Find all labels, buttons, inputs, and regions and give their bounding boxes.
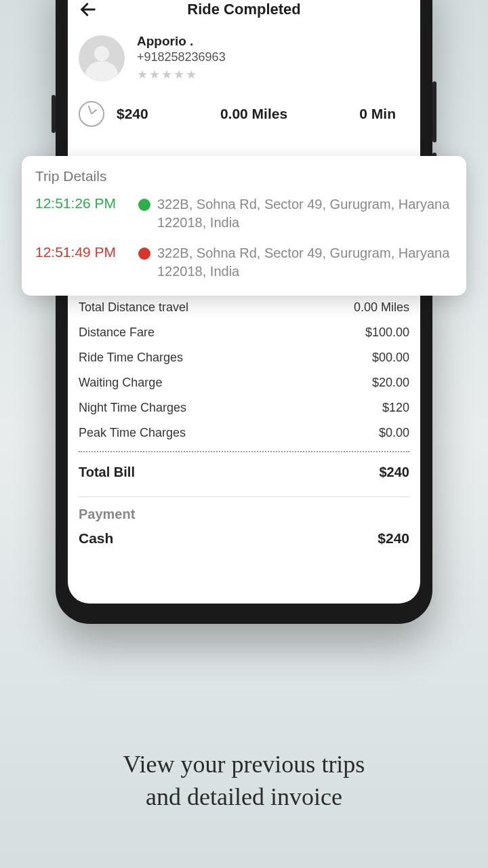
trip-end-time: 12:51:49 PM [35,244,131,260]
trip-end-address: 322B, Sohna Rd, Sector 49, Gurugram, Har… [157,244,453,281]
start-dot-icon [138,199,150,211]
summary-distance: 0.00 Miles [220,106,287,122]
star-icon: ★ [174,67,184,82]
bill-row-value: $100.00 [365,326,409,340]
bill-row-label: Peak Time Charges [79,426,186,440]
star-icon: ★ [186,67,197,82]
star-icon: ★ [161,67,172,82]
end-dot-icon [138,248,150,260]
bill-row: Waiting Charge$20.00 [79,370,409,395]
bill-row-label: Ride Time Charges [79,351,183,365]
trip-start-time: 12:51:26 PM [35,195,131,212]
summary-duration: 0 Min [359,106,396,122]
bill-row: Total Distance travel0.00 Miles [79,295,409,320]
profile-name: Apporio . [137,34,409,49]
payment-heading: Payment [79,507,409,522]
divider-dotted [79,451,409,452]
bill-row: Ride Time Charges$00.00 [79,345,409,370]
avatar [79,35,125,81]
promo-text: View your previous trips and detailed in… [0,748,488,814]
total-row: Total Bill $240 [79,458,409,487]
trip-details-title: Trip Details [35,168,453,184]
total-label: Total Bill [79,465,135,480]
phone-frame: Ride Completed Apporio . +918258236963 ★… [56,0,432,624]
bill-row-value: $00.00 [372,351,409,365]
bill-row-label: Total Distance travel [79,300,188,315]
divider [79,496,409,497]
bill-row-label: Night Time Charges [79,401,186,415]
bill-row-value: $0.00 [379,426,409,440]
clock-icon [79,101,104,127]
trip-details-card: Trip Details 12:51:26 PM 322B, Sohna Rd,… [22,156,466,296]
payment-row: Cash $240 [79,530,409,547]
app-screen: Ride Completed Apporio . +918258236963 ★… [68,0,420,604]
bill-row-label: Waiting Charge [79,376,162,390]
trip-start-address: 322B, Sohna Rd, Sector 49, Gurugram, Har… [157,195,453,232]
profile-phone: +918258236963 [137,50,409,64]
bill-row: Distance Fare$100.00 [79,320,409,345]
bill-row-label: Distance Fare [79,326,155,340]
trip-end-row: 12:51:49 PM 322B, Sohna Rd, Sector 49, G… [35,244,453,281]
bill-row-value: $120 [382,401,409,415]
bill-row-value: 0.00 Miles [354,300,409,315]
bill-row: Night Time Charges$120 [79,395,409,420]
header: Ride Completed [68,0,420,27]
star-icon: ★ [137,67,148,82]
profile-section: Apporio . +918258236963 ★ ★ ★ ★ ★ [68,27,420,86]
summary-row: $240 0.00 Miles 0 Min [68,86,420,139]
rating-stars[interactable]: ★ ★ ★ ★ ★ [137,67,409,82]
bill-section: Bill Details Total Distance travel0.00 M… [68,280,420,547]
total-value: $240 [380,465,410,480]
bill-row-value: $20.00 [372,376,409,390]
trip-start-row: 12:51:26 PM 322B, Sohna Rd, Sector 49, G… [35,195,453,232]
payment-value: $240 [378,530,409,547]
star-icon: ★ [149,67,160,82]
page-title: Ride Completed [79,1,409,18]
payment-method: Cash [79,530,113,547]
summary-amount: $240 [117,106,148,122]
bill-row: Peak Time Charges$0.00 [79,420,409,446]
